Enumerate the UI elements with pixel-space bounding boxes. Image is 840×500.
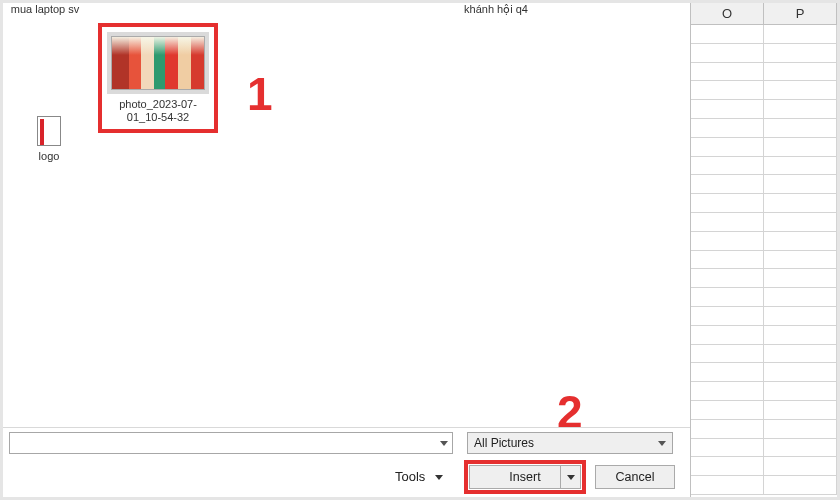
col-header-p[interactable]: P bbox=[764, 3, 837, 25]
insert-button[interactable]: Insert bbox=[469, 465, 581, 489]
insert-dropdown-toggle[interactable] bbox=[560, 466, 580, 488]
file-item-logo[interactable]: logo bbox=[19, 116, 79, 162]
tools-menu-label[interactable]: Tools bbox=[395, 469, 425, 484]
folder-label[interactable]: mua laptop sv bbox=[5, 3, 85, 15]
image-thumbnail-frame bbox=[107, 32, 209, 94]
dialog-bottom-bar: All Pictures Tools Insert Cancel bbox=[3, 427, 690, 497]
document-icon bbox=[37, 116, 61, 146]
file-label: logo bbox=[19, 150, 79, 162]
image-thumbnail bbox=[111, 36, 205, 90]
filetype-value: All Pictures bbox=[474, 436, 534, 450]
file-browser-pane[interactable]: logo photo_2023-07-01_10-54-32 1 bbox=[3, 21, 690, 387]
screenshot-root: O P bbox=[0, 0, 840, 500]
insert-button-label: Insert bbox=[480, 466, 570, 488]
spreadsheet-grid: O P bbox=[690, 3, 837, 497]
filename-combobox[interactable] bbox=[9, 432, 453, 454]
sheet-cells[interactable] bbox=[691, 25, 837, 495]
column-headers: O P bbox=[691, 3, 837, 25]
col-header-o[interactable]: O bbox=[691, 3, 764, 25]
file-item-photo-selected[interactable]: photo_2023-07-01_10-54-32 bbox=[98, 23, 218, 133]
chevron-down-icon[interactable] bbox=[435, 475, 443, 480]
filetype-combobox[interactable]: All Pictures bbox=[467, 432, 673, 454]
file-label: photo_2023-07-01_10-54-32 bbox=[107, 98, 209, 124]
annotation-step-1: 1 bbox=[247, 67, 273, 121]
folder-label[interactable]: khánh hội q4 bbox=[451, 3, 541, 15]
cancel-button[interactable]: Cancel bbox=[595, 465, 675, 489]
insert-picture-dialog: mua laptop sv khánh hội q4 logo photo_20… bbox=[3, 3, 690, 497]
cancel-button-label: Cancel bbox=[616, 470, 655, 484]
